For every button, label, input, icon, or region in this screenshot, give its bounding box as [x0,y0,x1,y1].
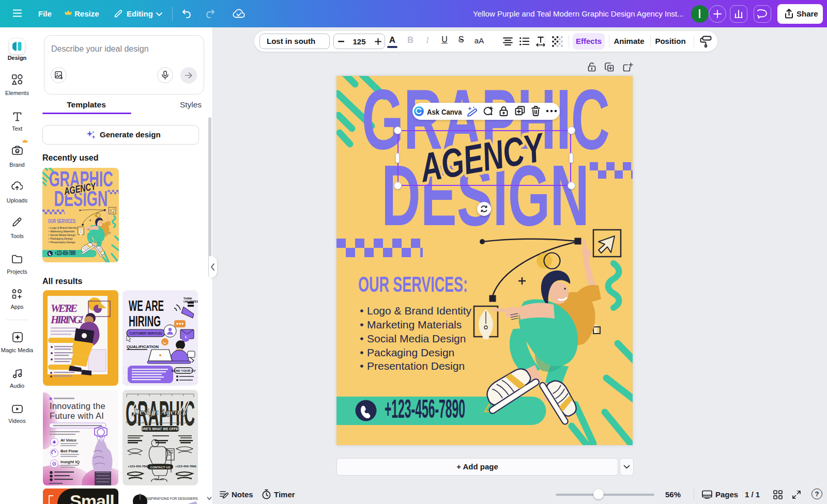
svg-text:Logo & Brand Identity: Logo & Brand Identity [367,305,471,317]
svg-text:Bot Flow: Bot Flow [60,449,79,453]
svg-text:+123-456-7890: +123-456-7890 [385,395,465,423]
svg-text:Packaging Design: Packaging Design [367,346,454,358]
svg-text:Future with AI: Future with AI [50,411,104,420]
svg-text:Design Agency: Design Agency [133,407,188,417]
svg-text:AI Voice: AI Voice [60,438,77,443]
svg-text:QUALIFICATION: QUALIFICATION [127,344,159,349]
svg-text:HIRING: HIRING [129,312,161,329]
svg-text:+123-456-7890: +123-456-7890 [175,465,197,468]
svg-text:Insight IQ: Insight IQ [60,460,80,464]
svg-text:Innovating the: Innovating the [50,401,105,411]
svg-text:SEND YOUR CV: SEND YOUR CV [172,369,196,372]
svg-text:Presentation Design: Presentation Design [367,360,465,372]
svg-text:HERE'S WHAT WE OFFER:: HERE'S WHAT WE OFFER: [139,427,181,431]
svg-text:CUSTOMER SERVICES: CUSTOMER SERVICES [129,331,162,336]
svg-text:OUR SERVICES:: OUR SERVICES: [358,272,468,296]
svg-text:HIRING!: HIRING! [50,313,84,326]
svg-text:UNLIMITED: UNLIMITED [183,300,198,303]
svg-text:Social Media Design: Social Media Design [367,333,466,344]
svg-text:(INSPIRATIONS FOR DESIGNERS): (INSPIRATIONS FOR DESIGNERS) [144,497,198,501]
svg-text:Marketing Materials: Marketing Materials [367,319,462,330]
svg-text:+123-456-7890: +123-456-7890 [128,465,149,468]
svg-text:Small: Small [70,491,114,504]
svg-text:CONTACT US: CONTACT US [150,466,171,469]
svg-text:WE ARE: WE ARE [129,297,164,314]
svg-text:WE'RE: WE'RE [51,302,78,314]
svg-text:co: co [16,150,19,153]
